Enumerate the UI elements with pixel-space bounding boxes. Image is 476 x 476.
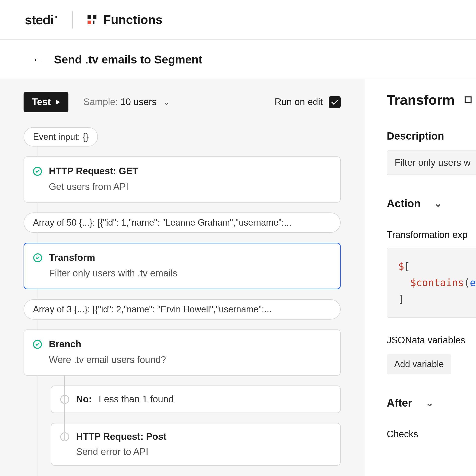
event-input-pill[interactable]: Event input: {} — [24, 127, 98, 147]
transform-header: Transform — [33, 252, 331, 263]
title-bar: ← Send .tv emails to Segment — [0, 40, 476, 79]
http-get-card[interactable]: HTTP Request: GET Get users from API — [24, 156, 341, 203]
transform-title: Transform — [49, 252, 95, 263]
branch-children: No: Less than 1 found HTTP Request: Post… — [51, 386, 341, 466]
main-area: Test Sample: 10 users ⌄ Run on edit Even… — [0, 79, 476, 476]
back-arrow-icon[interactable]: ← — [32, 54, 43, 65]
branch-title: Branch — [49, 339, 81, 350]
play-icon — [56, 100, 60, 105]
logo-dot-icon: . — [55, 8, 57, 20]
description-input[interactable]: Filter only users w — [387, 150, 476, 175]
success-icon — [33, 253, 42, 262]
page-title: Send .tv emails to Segment — [54, 53, 202, 66]
array50-pill[interactable]: Array of 50 {...}: [{"id": 1,"name": "Le… — [24, 212, 341, 233]
checkmark-icon — [331, 98, 338, 105]
array3-pill[interactable]: Array of 3 {...}: [{"id": 2,"name": "Erv… — [24, 299, 341, 320]
event-input-node[interactable]: Event input: {} — [24, 127, 341, 147]
chevron-down-icon: ⌄ — [426, 397, 434, 408]
checks-label: Checks — [387, 429, 476, 440]
expand-icon[interactable] — [465, 96, 472, 103]
http-get-title: HTTP Request: GET — [49, 166, 138, 177]
code-token: ( — [464, 277, 470, 288]
http-post-header: HTTP Request: Post — [60, 431, 331, 442]
code-token: $contains — [410, 277, 464, 288]
branch-no-text: Less than 1 found — [99, 394, 174, 405]
http-get-node[interactable]: HTTP Request: GET Get users from API — [24, 156, 341, 203]
sample-value: 10 users — [120, 97, 157, 107]
http-post-desc: Send error to API — [76, 446, 331, 457]
functions-icon — [88, 15, 96, 24]
action-section-toggle[interactable]: Action ⌄ — [387, 197, 476, 210]
http-get-header: HTTP Request: GET — [33, 166, 331, 177]
branch-card[interactable]: Branch Were .tv email users found? — [24, 329, 341, 376]
expression-label: Transformation exp — [387, 230, 476, 240]
array50-node[interactable]: Array of 50 {...}: [{"id": 1,"name": "Le… — [24, 212, 341, 233]
transform-desc: Filter only users with .tv emails — [49, 268, 331, 279]
chevron-down-icon: ⌄ — [434, 198, 442, 209]
branch-desc: Were .tv email users found? — [49, 355, 331, 365]
product-label: Functions — [103, 13, 163, 27]
code-token: e — [470, 277, 476, 288]
transform-node[interactable]: Transform Filter only users with .tv ema… — [24, 243, 341, 289]
description-label: Description — [387, 130, 476, 142]
branch-no-card[interactable]: No: Less than 1 found — [51, 386, 341, 413]
http-get-desc: Get users from API — [49, 181, 331, 192]
code-token: [ — [404, 261, 410, 272]
logo-text: stedi — [25, 12, 54, 27]
http-post-title: HTTP Request: Post — [76, 431, 167, 442]
test-button-label: Test — [32, 97, 51, 107]
array3-node[interactable]: Array of 3 {...}: [{"id": 2,"name": "Erv… — [24, 299, 341, 320]
sample-dropdown[interactable]: Sample: 10 users ⌄ — [83, 97, 170, 107]
code-token: $ — [398, 261, 404, 272]
canvas-toolbar: Test Sample: 10 users ⌄ Run on edit — [24, 92, 341, 112]
action-label: Action — [387, 197, 421, 210]
success-icon — [33, 167, 42, 176]
run-on-edit-toggle[interactable]: Run on edit — [275, 96, 341, 108]
radio-icon — [60, 395, 69, 404]
chevron-down-icon: ⌄ — [163, 97, 170, 107]
success-icon — [33, 340, 42, 349]
transform-card[interactable]: Transform Filter only users with .tv ema… — [24, 243, 341, 289]
run-on-edit-label: Run on edit — [275, 97, 323, 107]
expression-editor[interactable]: $[ $contains(e ] — [387, 248, 476, 318]
radio-icon — [60, 432, 69, 441]
branch-no-row: No: Less than 1 found — [60, 394, 331, 405]
top-header: stedi . Functions — [0, 0, 476, 40]
side-panel: Transform Description Filter only users … — [364, 79, 476, 476]
logo[interactable]: stedi . — [25, 12, 58, 27]
test-button[interactable]: Test — [24, 92, 68, 112]
jsonata-label: JSONata variables — [387, 335, 476, 346]
branch-no-label: No: — [76, 394, 92, 405]
after-section-toggle[interactable]: After ⌄ — [387, 397, 476, 409]
header-divider — [72, 11, 73, 29]
panel-title-row: Transform — [387, 92, 476, 108]
code-token: ] — [398, 293, 404, 305]
run-on-edit-checkbox[interactable] — [329, 96, 341, 108]
http-post-card[interactable]: HTTP Request: Post Send error to API — [51, 423, 341, 466]
flow-container: Event input: {} HTTP Request: GET Get us… — [24, 127, 341, 466]
flow-canvas: Test Sample: 10 users ⌄ Run on edit Even… — [0, 79, 364, 476]
branch-header: Branch — [33, 339, 331, 350]
panel-title: Transform — [387, 92, 455, 108]
product-switcher[interactable]: Functions — [88, 13, 163, 27]
branch-connector — [64, 376, 65, 440]
add-variable-button[interactable]: Add variable — [387, 354, 451, 374]
after-label: After — [387, 397, 412, 409]
sample-prefix: Sample: — [83, 97, 118, 107]
branch-node[interactable]: Branch Were .tv email users found? No: L… — [24, 329, 341, 466]
